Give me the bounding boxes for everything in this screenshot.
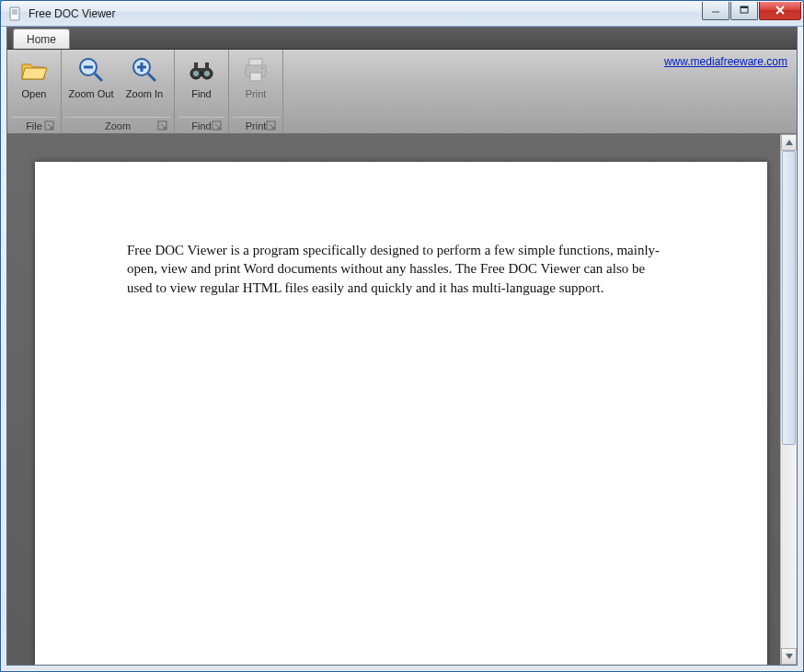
vertical-scrollbar[interactable] xyxy=(780,134,797,665)
document-page: Free DOC Viewer is a program specificall… xyxy=(35,162,767,665)
tab-label: Home xyxy=(27,33,56,46)
window-frame: Free DOC Viewer Home xyxy=(0,0,804,672)
minimize-button[interactable] xyxy=(702,2,729,20)
group-print-label: Print xyxy=(246,120,267,131)
group-file: Open File xyxy=(7,50,62,133)
svg-rect-20 xyxy=(205,63,209,70)
svg-rect-27 xyxy=(250,73,261,81)
tab-home[interactable]: Home xyxy=(13,28,70,49)
app-icon xyxy=(8,6,23,21)
window-title: Free DOC Viewer xyxy=(29,7,701,20)
dialog-launcher-icon[interactable] xyxy=(157,120,168,131)
group-zoom: Zoom Out Zoom In xyxy=(62,50,175,133)
find-label: Find xyxy=(191,88,211,99)
title-bar[interactable]: Free DOC Viewer xyxy=(1,1,803,27)
group-file-label: File xyxy=(26,120,42,131)
folder-open-icon xyxy=(19,55,49,85)
zoom-out-button[interactable]: Zoom Out xyxy=(65,51,117,101)
scroll-track[interactable] xyxy=(781,151,797,648)
dialog-launcher-icon[interactable] xyxy=(44,120,55,131)
open-label: Open xyxy=(22,88,47,99)
svg-point-28 xyxy=(261,67,263,69)
vendor-link[interactable]: www.mediafreeware.com xyxy=(664,55,787,68)
print-label: Print xyxy=(246,88,267,99)
zoom-out-icon xyxy=(76,55,106,85)
group-print: Print Print xyxy=(229,50,283,133)
scroll-up-button[interactable] xyxy=(781,134,797,151)
svg-line-10 xyxy=(95,74,102,81)
zoom-in-label: Zoom In xyxy=(126,88,163,99)
print-button[interactable]: Print xyxy=(233,51,279,101)
group-find-label: Find xyxy=(191,120,211,131)
zoom-in-button[interactable]: Zoom In xyxy=(119,51,170,101)
ribbon-tabstrip: Home xyxy=(7,28,797,50)
zoom-out-label: Zoom Out xyxy=(69,88,114,99)
dialog-launcher-icon[interactable] xyxy=(266,120,277,131)
maximize-button[interactable] xyxy=(730,2,758,20)
group-find: Find Find xyxy=(175,50,229,133)
document-paragraph: Free DOC Viewer is a program specificall… xyxy=(127,241,660,297)
close-button[interactable] xyxy=(759,2,801,20)
group-zoom-label: Zoom xyxy=(105,120,131,131)
open-button[interactable]: Open xyxy=(11,51,57,101)
binoculars-icon xyxy=(187,55,216,85)
svg-rect-19 xyxy=(194,63,198,70)
find-button[interactable]: Find xyxy=(178,51,224,101)
svg-line-13 xyxy=(148,74,155,81)
zoom-in-icon xyxy=(130,55,159,85)
document-viewport[interactable]: Free DOC Viewer is a program specificall… xyxy=(7,134,780,665)
document-area: Free DOC Viewer is a program specificall… xyxy=(7,134,797,665)
svg-point-23 xyxy=(204,71,210,76)
scroll-thumb[interactable] xyxy=(782,151,796,445)
svg-rect-21 xyxy=(198,68,205,71)
window-controls xyxy=(701,2,801,20)
printer-icon xyxy=(241,55,270,85)
ribbon: Open File xyxy=(7,50,797,134)
client-area: Home Open xyxy=(6,27,798,666)
dialog-launcher-icon[interactable] xyxy=(212,120,223,131)
svg-point-22 xyxy=(193,71,199,76)
scroll-down-button[interactable] xyxy=(781,648,797,665)
